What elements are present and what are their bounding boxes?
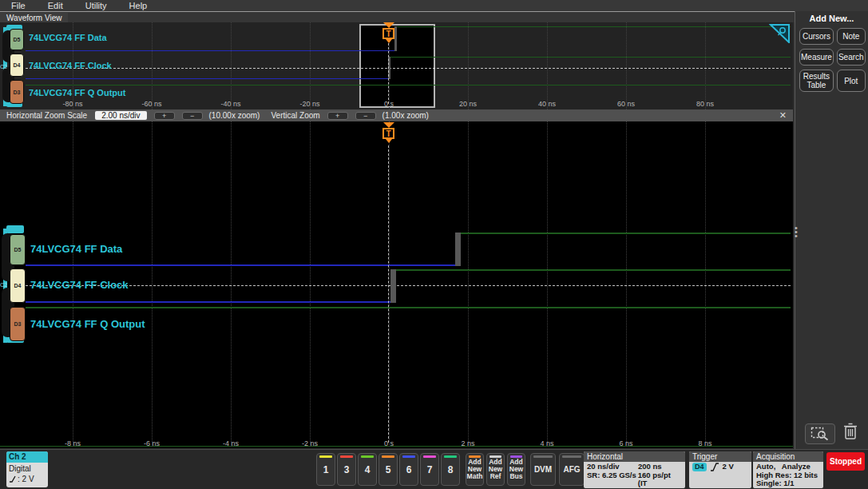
badge-d4[interactable]: D4 bbox=[10, 54, 24, 77]
search-button[interactable]: Search bbox=[837, 49, 866, 66]
acquisition-settings-panel[interactable]: Acquisition Auto, Analyze High Res: 12 b… bbox=[753, 451, 823, 488]
channel-button-5[interactable]: 5 bbox=[379, 453, 398, 486]
channel-button-6[interactable]: 6 bbox=[399, 453, 418, 486]
trash-button[interactable] bbox=[842, 422, 858, 444]
zoom-mode-button[interactable] bbox=[805, 423, 835, 444]
badge-d4[interactable]: D4 bbox=[10, 268, 26, 303]
waveform-transition-edge bbox=[455, 233, 461, 266]
cursors-button[interactable]: Cursors bbox=[799, 28, 834, 45]
badge-d3[interactable]: D3 bbox=[10, 307, 26, 341]
channel-color-stripe bbox=[444, 455, 457, 458]
vertical-zoom-in-button[interactable]: + bbox=[327, 112, 348, 120]
channel-2-info: Digital : 2 V bbox=[6, 463, 48, 485]
channel-2-badge[interactable]: Ch 2 Digital : 2 V bbox=[6, 451, 48, 487]
channel-label-clock[interactable]: 74LVCG74 FF Clock bbox=[29, 61, 112, 70]
bottom-settings-bar: Ch 2 Digital : 2 V 1345678Add New MathAd… bbox=[0, 449, 868, 489]
add-new-bus-button[interactable]: Add New Bus bbox=[507, 453, 525, 486]
channel-button-4[interactable]: 4 bbox=[358, 453, 377, 486]
trash-icon bbox=[842, 422, 858, 441]
stopped-button[interactable]: Stopped bbox=[826, 452, 865, 471]
plot-button[interactable]: Plot bbox=[837, 70, 866, 92]
tab-bar: Waveform View bbox=[0, 11, 795, 22]
axis-tick-label: -80 ns bbox=[55, 100, 90, 108]
badge-d3[interactable]: D3 bbox=[10, 80, 24, 104]
axis-tick-label: 8 ns bbox=[688, 439, 723, 447]
right-panel: Add New... Cursors Note Measure Search R… bbox=[795, 11, 868, 449]
channel-color-stripe bbox=[402, 455, 415, 458]
channel-button-label: 3 bbox=[344, 464, 350, 475]
channel-button-7[interactable]: 7 bbox=[420, 453, 439, 486]
waveform-segment bbox=[397, 26, 791, 27]
afg-button[interactable]: AFG bbox=[559, 453, 585, 486]
vertical-zoom-out-button[interactable]: − bbox=[355, 112, 376, 120]
add-new-math-button[interactable]: Add New Math bbox=[466, 453, 484, 486]
main-waveform-area[interactable]: T C2 D5 D4 D3 74LVCG74 FF Data 74LVCG74 … bbox=[0, 121, 793, 448]
digital-group-top-tab[interactable] bbox=[6, 225, 24, 233]
channel-button-1[interactable]: 1 bbox=[316, 453, 335, 486]
menu-help[interactable]: Help bbox=[129, 1, 148, 10]
channel-label-q-output[interactable]: 74LVCG74 FF Q Output bbox=[29, 88, 125, 97]
axis-tick-label: 0 s bbox=[371, 439, 406, 447]
axis-tick-label: 20 ns bbox=[450, 100, 486, 108]
vertical-zoom-factor: (1.00x zoom) bbox=[382, 111, 429, 120]
gridline-vertical bbox=[231, 22, 232, 109]
channel-label-data[interactable]: 74LVCG74 FF Data bbox=[30, 243, 122, 255]
waveform-segment bbox=[461, 233, 791, 234]
axis-tick-label: 6 ns bbox=[608, 439, 644, 447]
axis-tick-label: -40 ns bbox=[213, 100, 248, 108]
channel-label-data[interactable]: 74LVCG74 FF Data bbox=[29, 33, 107, 42]
rising-edge-icon bbox=[710, 463, 719, 471]
axis-tick-label: 4 ns bbox=[529, 439, 565, 447]
threshold-slope-icon bbox=[9, 475, 17, 483]
zoom-overlay-icon[interactable] bbox=[769, 24, 790, 43]
channel-button-3[interactable]: 3 bbox=[337, 453, 356, 486]
trigger-marker-overview[interactable]: T bbox=[382, 22, 396, 43]
waveform-segment bbox=[26, 78, 388, 79]
trigger-marker-main[interactable]: T bbox=[382, 122, 396, 143]
channel-color-stripe bbox=[423, 455, 436, 458]
trigger-title: Trigger bbox=[689, 451, 751, 462]
button-stripe bbox=[489, 455, 501, 458]
note-button[interactable]: Note bbox=[837, 28, 866, 45]
vertical-zoom-label: Vertical Zoom bbox=[271, 111, 319, 120]
menu-edit[interactable]: Edit bbox=[48, 1, 63, 10]
horizontal-settings-panel[interactable]: Horizontal 20 ns/div200 ns SR: 6.25 GS/s… bbox=[584, 451, 685, 488]
badge-d5[interactable]: D5 bbox=[10, 234, 26, 265]
overview-zoom-box[interactable] bbox=[359, 24, 435, 108]
channel-color-stripe bbox=[319, 455, 332, 458]
trigger-flag-icon: T bbox=[382, 128, 394, 139]
overview-waveform-area[interactable]: T C2 D5 D4 D3 74LVCG74 FF Data 74LVCG74 … bbox=[0, 22, 793, 109]
horizontal-zoom-in-button[interactable]: + bbox=[154, 112, 175, 120]
channel-color-stripe bbox=[382, 455, 394, 458]
add-new-button-grid: Cursors Note Measure Search Results Tabl… bbox=[795, 23, 868, 97]
gridline-vertical bbox=[705, 121, 706, 447]
zoom-control-bar: Horizontal Zoom Scale 2.00 ns/div + − (1… bbox=[0, 109, 793, 121]
axis-tick-label: -8 ns bbox=[55, 439, 90, 447]
gridline-vertical bbox=[468, 121, 469, 447]
waveform-transition-edge bbox=[390, 269, 396, 303]
dvm-button[interactable]: DVM bbox=[530, 453, 556, 486]
group-label: C2 bbox=[0, 64, 7, 70]
afg-label: AFG bbox=[563, 465, 580, 474]
badge-d5[interactable]: D5 bbox=[10, 29, 24, 50]
menu-utility[interactable]: Utility bbox=[85, 1, 107, 10]
add-new-ref-button[interactable]: Add New Ref bbox=[486, 453, 505, 486]
measure-button[interactable]: Measure bbox=[799, 49, 834, 66]
menu-file[interactable]: File bbox=[11, 1, 26, 10]
horizontal-zoom-out-button[interactable]: − bbox=[182, 112, 203, 120]
waveform-segment bbox=[26, 307, 791, 308]
gridline-vertical bbox=[626, 121, 627, 447]
channel-button-8[interactable]: 8 bbox=[441, 453, 460, 486]
channel-label-clock[interactable]: 74LVCG74 FF Clock bbox=[30, 279, 129, 291]
channel-button-label: 8 bbox=[448, 464, 454, 475]
panel-grip-handle[interactable]: ••• bbox=[795, 226, 798, 238]
channel-label-q-output[interactable]: 74LVCG74 FF Q Output bbox=[30, 318, 145, 330]
waveform-segment bbox=[396, 269, 791, 271]
add-button-label: Add New Ref bbox=[489, 459, 502, 480]
results-table-button[interactable]: Results Table bbox=[799, 70, 834, 92]
horizontal-zoom-scale-value[interactable]: 2.00 ns/div bbox=[95, 111, 146, 120]
close-zoom-icon[interactable]: ✕ bbox=[779, 110, 787, 121]
gridline-vertical bbox=[231, 121, 232, 447]
gridline-vertical bbox=[547, 22, 548, 109]
trigger-settings-panel[interactable]: Trigger D4 2 V bbox=[689, 451, 751, 488]
